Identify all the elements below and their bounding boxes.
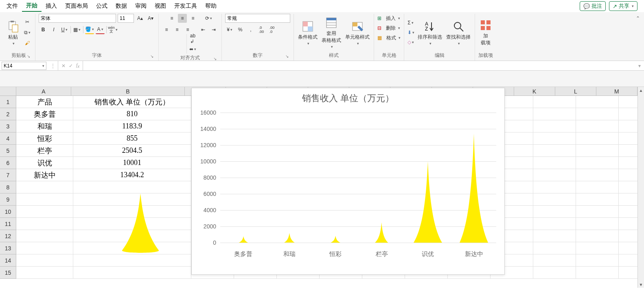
row-header-15[interactable]: 15 [0, 267, 16, 279]
indent-inc-button[interactable]: ⇥ [209, 25, 218, 34]
cell-K11[interactable] [533, 218, 576, 230]
cell-K12[interactable] [533, 230, 576, 242]
cell-A1[interactable]: 产品 [16, 96, 73, 108]
cell-A10[interactable] [16, 206, 73, 218]
sort-filter-button[interactable]: AZ 排序和筛选▾ [417, 19, 443, 46]
cell-A11[interactable] [16, 218, 73, 230]
col-header-L[interactable]: L [555, 87, 596, 96]
cell-L8[interactable] [576, 181, 619, 193]
align-mid-button[interactable]: ≡ [178, 14, 187, 23]
cell-K2[interactable] [533, 108, 576, 120]
cell-L12[interactable] [576, 230, 619, 242]
cell-K6[interactable] [533, 157, 576, 169]
cell-B1[interactable]: 销售收入 单位（万元） [73, 96, 191, 108]
tab-view[interactable]: 视图 [151, 1, 170, 11]
indent-dec-button[interactable]: ⇤ [199, 25, 208, 34]
cell-B6[interactable]: 10001 [73, 157, 191, 169]
cell-B2[interactable]: 810 [73, 108, 191, 120]
row-header-4[interactable]: 4 [0, 132, 16, 145]
col-header-K[interactable]: K [514, 87, 555, 96]
cell-L4[interactable] [576, 132, 619, 145]
cell-B8[interactable] [73, 181, 191, 193]
row-header-9[interactable]: 9 [0, 193, 16, 206]
phonetic-button[interactable]: wén文▾ [108, 25, 117, 34]
dialog-launcher-icon[interactable]: ↘ [26, 54, 31, 59]
cell-B15[interactable] [73, 267, 191, 279]
cell-A4[interactable]: 恒彩 [16, 132, 73, 145]
inc-decimal-button[interactable]: .0.00 [257, 25, 266, 34]
cell-K8[interactable] [533, 181, 576, 193]
merge-button[interactable]: ⬌▾ [189, 45, 196, 54]
cell-B4[interactable]: 855 [73, 132, 191, 145]
row-header-8[interactable]: 8 [0, 181, 16, 193]
cell-L10[interactable] [576, 206, 619, 218]
cell-K9[interactable] [533, 193, 576, 206]
format-painter-button[interactable]: 🖌 [23, 39, 32, 48]
cell-A14[interactable] [16, 254, 73, 267]
cell-B7[interactable]: 13404.2 [73, 169, 191, 181]
copy-button[interactable]: ⧉▾ [23, 28, 32, 37]
cell-A8[interactable] [16, 181, 73, 193]
clear-button[interactable]: ◇▾ [407, 38, 414, 47]
font-color-button[interactable]: A▾ [96, 25, 105, 34]
cell-K7[interactable] [533, 169, 576, 181]
fill-button[interactable]: ⬇▾ [407, 28, 414, 37]
cell-L15[interactable] [576, 267, 619, 279]
cell-A9[interactable] [16, 193, 73, 206]
name-box[interactable]: K14 ▾ [2, 62, 46, 70]
cell-L14[interactable] [576, 254, 619, 267]
share-button[interactable]: ↗ 共享 ▾ [609, 1, 637, 11]
col-header-A[interactable]: A [16, 87, 71, 96]
row-header-10[interactable]: 10 [0, 206, 16, 218]
cell-L11[interactable] [576, 218, 619, 230]
decrease-font-button[interactable]: A▾ [146, 14, 155, 23]
autosum-button[interactable]: Σ▾ [407, 18, 413, 27]
chart-object[interactable]: 销售收入 单位（万元） 0200040006000800010000120001… [191, 88, 505, 275]
cell-L7[interactable] [576, 169, 619, 181]
cell-A7[interactable]: 新达中 [16, 169, 73, 181]
cell-K13[interactable] [533, 242, 576, 254]
cell-L6[interactable] [576, 157, 619, 169]
cell-K3[interactable] [533, 120, 576, 132]
tab-file[interactable]: 文件 [2, 1, 22, 11]
cell-L3[interactable] [576, 120, 619, 132]
row-header-7[interactable]: 7 [0, 169, 16, 181]
wrap-text-button[interactable]: ab↲ [190, 34, 195, 43]
cell-B3[interactable]: 1183.9 [73, 120, 191, 132]
addin-button[interactable]: 加 载项 [478, 18, 493, 47]
cell-K15[interactable] [533, 267, 576, 279]
dialog-launcher-icon[interactable]: ↘ [149, 54, 154, 59]
insert-cells-button[interactable]: ⊞ 插入▾ [377, 14, 400, 23]
cut-button[interactable]: ✂ [23, 17, 32, 26]
cell-A12[interactable] [16, 230, 73, 242]
align-top-button[interactable]: ≡ [167, 14, 176, 23]
tab-dev[interactable]: 开发工具 [170, 1, 201, 11]
row-header-14[interactable]: 14 [0, 254, 16, 267]
row-header-6[interactable]: 6 [0, 157, 16, 169]
underline-button[interactable]: U▾ [60, 25, 69, 34]
border-button[interactable]: ▦▾ [72, 25, 81, 34]
cell-K1[interactable] [533, 96, 576, 108]
row-header-5[interactable]: 5 [0, 145, 16, 157]
cell-L9[interactable] [576, 193, 619, 206]
row-header-1[interactable]: 1 [0, 96, 16, 108]
fx-icon[interactable]: fx [76, 62, 79, 69]
embedded-shape[interactable] [118, 193, 163, 254]
tab-review[interactable]: 审阅 [131, 1, 151, 11]
number-format-input[interactable] [225, 14, 290, 23]
cell-K4[interactable] [533, 132, 576, 145]
cell-style-button[interactable]: 单元格样式▾ [344, 19, 370, 46]
cell-L2[interactable] [576, 108, 619, 120]
cell-K5[interactable] [533, 145, 576, 157]
tab-insert[interactable]: 插入 [42, 1, 61, 11]
scroll-down-icon[interactable]: ▼ [638, 281, 644, 288]
fill-color-button[interactable]: 🪣▾ [85, 25, 94, 34]
comments-button[interactable]: 💬 批注 [580, 1, 606, 11]
italic-button[interactable]: I [49, 25, 58, 34]
expand-fx-icon[interactable]: ▾ [635, 63, 644, 69]
align-center-button[interactable]: ≡ [173, 25, 182, 34]
row-header-12[interactable]: 12 [0, 230, 16, 242]
cell-A15[interactable] [16, 267, 73, 279]
collapse-ribbon-icon[interactable]: ⌃ [636, 15, 640, 21]
tab-formula[interactable]: 公式 [92, 1, 112, 11]
